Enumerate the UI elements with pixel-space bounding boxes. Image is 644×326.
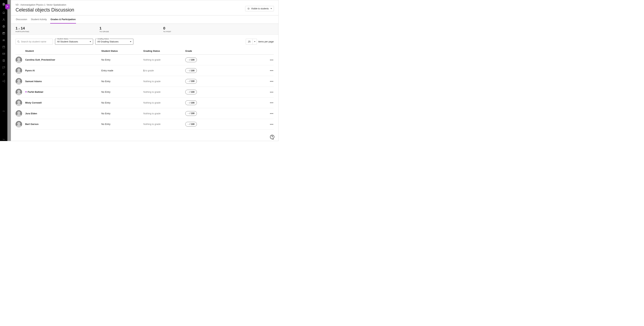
grading-status-cell: 1 to grade bbox=[144, 69, 186, 72]
grading-status-dropdown[interactable]: Grading Status All Grading Statuses bbox=[95, 39, 133, 44]
grading-status-cell: Nothing to grade bbox=[144, 91, 186, 94]
page-size-dropdown[interactable]: 25 bbox=[246, 39, 257, 44]
grade-pill[interactable]: -- / 100 bbox=[185, 79, 197, 84]
chevron-down-icon bbox=[90, 41, 91, 42]
student-name[interactable]: Bart Garsus bbox=[25, 123, 101, 126]
courses-icon[interactable] bbox=[2, 32, 6, 35]
search-input[interactable] bbox=[16, 39, 53, 44]
row-more-button[interactable]: ••• bbox=[270, 101, 274, 104]
row-more-button[interactable]: ••• bbox=[270, 90, 274, 94]
help-icon bbox=[270, 134, 275, 140]
footer-ter: Ter bbox=[2, 138, 6, 141]
student-status-cell: No Entry bbox=[101, 58, 144, 61]
table-row[interactable]: Jura EldenNo EntryNothing to grade-- / 1… bbox=[16, 108, 274, 119]
grade-denominator: / 100 bbox=[190, 91, 194, 93]
grade-pill[interactable]: -- / 100 bbox=[185, 100, 197, 105]
chevron-down-icon bbox=[130, 41, 131, 42]
tab-student-activity[interactable]: Student Activity bbox=[30, 16, 47, 24]
groups-icon[interactable] bbox=[2, 38, 6, 42]
to-grade-value: 1 bbox=[100, 26, 163, 30]
student-status-cell: No Entry bbox=[101, 101, 144, 104]
grade-denominator: / 100 bbox=[190, 69, 194, 72]
student-name[interactable]: Carolina Gutt_PreviewUser bbox=[25, 58, 101, 61]
table-row[interactable]: Misty CornwellNo EntryNothing to grade--… bbox=[16, 98, 274, 108]
grade-pill[interactable]: -- / 100 bbox=[185, 68, 197, 73]
app-root: B Pri Ter Co VD - Astronavigation Physic… bbox=[0, 0, 278, 141]
row-more-button[interactable]: ••• bbox=[270, 122, 274, 126]
calendar-icon[interactable] bbox=[2, 45, 6, 49]
grade-score: -- bbox=[188, 102, 189, 104]
breadcrumb[interactable]: VD - Astronavigation Physics 1: Vector S… bbox=[16, 4, 274, 6]
table-body: Carolina Gutt_PreviewUserNo EntryNothing… bbox=[16, 55, 274, 130]
page-size-label: items per page bbox=[258, 40, 274, 43]
participating-total: 14 bbox=[21, 26, 25, 30]
grade-cell: -- / 100 bbox=[185, 122, 270, 126]
chevron-down-icon bbox=[270, 8, 272, 9]
user-icon[interactable] bbox=[2, 18, 6, 21]
svg-point-4 bbox=[4, 40, 4, 40]
col-header-grading-status[interactable]: Grading Status bbox=[144, 50, 186, 52]
col-header-student-status[interactable]: Student Status bbox=[101, 50, 144, 52]
help-button[interactable] bbox=[270, 134, 275, 140]
student-status-cell: No Entry bbox=[101, 123, 144, 126]
student-name-text: Jura Elden bbox=[25, 112, 37, 115]
table-row[interactable]: Pyoro AIEntry made1 to grade-- / 100••• bbox=[16, 65, 274, 76]
col-header-grade[interactable]: Grade bbox=[185, 50, 274, 52]
student-name[interactable]: Jura Elden bbox=[25, 112, 101, 115]
grade-pill[interactable]: -- / 100 bbox=[185, 111, 197, 116]
admin-icon[interactable] bbox=[2, 72, 6, 76]
student-name-text: Bart Garsus bbox=[25, 123, 38, 126]
table-header-row: Student Student Status Grading Status Gr… bbox=[16, 48, 274, 55]
tab-discussion[interactable]: Discussion bbox=[16, 16, 28, 24]
panel-header: VD - Astronavigation Physics 1: Vector S… bbox=[11, 0, 278, 16]
row-more-button[interactable]: ••• bbox=[270, 80, 274, 83]
grade-denominator: / 100 bbox=[190, 123, 194, 126]
svg-rect-2 bbox=[3, 32, 5, 34]
avatar bbox=[16, 68, 22, 74]
page-title: Celestial objects Discussion bbox=[16, 7, 274, 12]
student-name[interactable]: Pyoro AI bbox=[25, 69, 101, 72]
tab-grades-participation[interactable]: Grades & Participation bbox=[50, 16, 76, 24]
close-panel-button[interactable] bbox=[5, 4, 10, 9]
page-size-control: 25 items per page bbox=[246, 39, 274, 44]
search-wrap bbox=[16, 39, 53, 44]
row-more-button[interactable]: ••• bbox=[270, 69, 274, 72]
filter-bar: Student Status All Student Statuses Grad… bbox=[11, 35, 278, 44]
student-name[interactable]: Misty Cornwell bbox=[25, 101, 101, 104]
row-more-button[interactable]: ••• bbox=[270, 58, 274, 62]
avatar bbox=[16, 78, 22, 84]
table-row[interactable]: Carolina Gutt_PreviewUserNo EntryNothing… bbox=[16, 55, 274, 66]
table-row[interactable]: Bart GarsusNo EntryNothing to grade-- / … bbox=[16, 119, 274, 130]
globe-icon[interactable] bbox=[2, 25, 6, 28]
chevron-down-icon bbox=[253, 41, 256, 42]
signout-icon[interactable] bbox=[2, 80, 6, 83]
avatar bbox=[16, 121, 22, 128]
table-row[interactable]: ⚑Parfet BalblairNo EntryNothing to grade… bbox=[16, 87, 274, 98]
student-name[interactable]: ⚑Parfet Balblair bbox=[25, 91, 101, 94]
visibility-dropdown[interactable]: Visible to students bbox=[245, 6, 274, 11]
svg-rect-5 bbox=[3, 46, 5, 48]
student-name[interactable]: Samuel Adams bbox=[25, 80, 101, 83]
avatar bbox=[16, 56, 22, 63]
stat-participating: 1 of 14 PARTICIPATING bbox=[16, 26, 100, 33]
grade-score: -- bbox=[188, 69, 189, 72]
messages-icon[interactable] bbox=[2, 52, 6, 56]
svg-point-3 bbox=[3, 40, 4, 40]
student-status-legend: Student Status bbox=[56, 38, 69, 40]
books-icon[interactable] bbox=[2, 59, 6, 62]
grade-pill[interactable]: -- / 100 bbox=[185, 90, 197, 94]
grade-cell: -- / 100 bbox=[185, 100, 270, 105]
grade-pill[interactable]: -- / 100 bbox=[185, 122, 197, 126]
stats-bar: 1 of 14 PARTICIPATING 1 TO GRADE 0 TO PO… bbox=[11, 24, 278, 35]
institution-icon[interactable] bbox=[2, 11, 6, 14]
col-header-student[interactable]: Student bbox=[25, 50, 101, 52]
grade-pill[interactable]: -- / 100 bbox=[185, 58, 197, 62]
row-more-button[interactable]: ••• bbox=[270, 112, 274, 115]
table-row[interactable]: Samuel AdamsNo EntryNothing to grade-- /… bbox=[16, 76, 274, 87]
grade-denominator: / 100 bbox=[190, 80, 194, 82]
grade-score: -- bbox=[188, 80, 189, 82]
stat-to-grade: 1 TO GRADE bbox=[100, 26, 163, 33]
student-status-dropdown[interactable]: Student Status All Student Statuses bbox=[55, 39, 93, 44]
assist-icon[interactable] bbox=[2, 66, 6, 69]
grading-status-cell: Nothing to grade bbox=[144, 80, 186, 83]
